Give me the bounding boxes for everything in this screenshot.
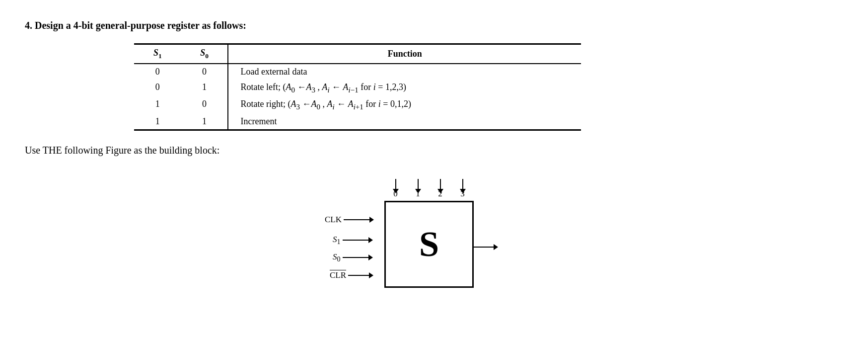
s0-line <box>343 257 368 258</box>
s1-input: S1 <box>333 235 373 246</box>
s1-val-2: 1 <box>134 96 181 114</box>
clr-label: CLR <box>330 270 346 280</box>
top-label-3: 3 <box>460 189 465 199</box>
s0-val-0: 0 <box>181 64 228 80</box>
diagram-container: 0 1 2 3 S CLK S1 S0 CLR <box>325 171 513 300</box>
arrow-shaft <box>395 179 396 189</box>
diagram-wrapper: 0 1 2 3 S CLK S1 S0 CLR <box>0 171 843 300</box>
output-arrow <box>474 244 498 250</box>
clk-line <box>344 219 369 220</box>
top-label-1: 1 <box>416 189 420 199</box>
arrow-shaft <box>418 179 419 189</box>
func-val-3: Increment <box>228 114 581 130</box>
s0-label: S0 <box>333 252 341 263</box>
s0-val-1: 1 <box>181 80 228 97</box>
arrow-shaft <box>440 179 441 189</box>
func-val-2: Rotate right; (A3 ←A0 , Ai ← Ai+1 for i … <box>228 96 581 114</box>
s1-val-1: 0 <box>134 80 181 97</box>
table-row: 0 1 Rotate left; (A0 ←A3 , Ai ← Ai−1 for… <box>134 80 581 97</box>
top-label-0: 0 <box>393 189 398 199</box>
col-header-function: Function <box>228 44 581 64</box>
s1-arrow <box>368 237 373 243</box>
register-box <box>384 201 474 288</box>
output-line <box>474 247 494 248</box>
s1-val-3: 1 <box>134 114 181 130</box>
col-header-s0: S0 <box>181 44 228 64</box>
s0-input: S0 <box>333 252 373 263</box>
s1-label: S1 <box>333 235 341 246</box>
clr-line <box>348 275 369 276</box>
top-label-2: 2 <box>438 189 442 199</box>
clk-arrow <box>369 217 374 223</box>
func-val-1: Rotate left; (A0 ←A3 , Ai ← Ai−1 for i =… <box>228 80 581 97</box>
top-labels: 0 1 2 3 <box>384 189 474 199</box>
s0-arrow <box>368 255 373 260</box>
clr-input: CLR <box>330 270 373 280</box>
clr-arrow <box>369 272 373 278</box>
table-wrapper: S1 S0 Function 0 0 Load external data 0 … <box>134 43 843 131</box>
s0-val-3: 1 <box>181 114 228 130</box>
col-header-s1: S1 <box>134 44 181 64</box>
use-line: Use THE following Figure as the building… <box>25 145 843 156</box>
output-arrowhead <box>494 244 498 250</box>
function-table: S1 S0 Function 0 0 Load external data 0 … <box>134 43 581 131</box>
s0-val-2: 0 <box>181 96 228 114</box>
clk-label: CLK <box>325 215 342 225</box>
s1-val-0: 0 <box>134 64 181 80</box>
table-row: 1 1 Increment <box>134 114 581 130</box>
arrow-shaft <box>462 179 463 189</box>
table-row: 0 0 Load external data <box>134 64 581 80</box>
clk-input: CLK <box>325 215 374 225</box>
question-title: 4. Design a 4-bit general-purpose regist… <box>25 20 843 31</box>
func-val-0: Load external data <box>228 64 581 80</box>
s1-line <box>343 240 368 241</box>
table-row: 1 0 Rotate right; (A3 ←A0 , Ai ← Ai+1 fo… <box>134 96 581 114</box>
